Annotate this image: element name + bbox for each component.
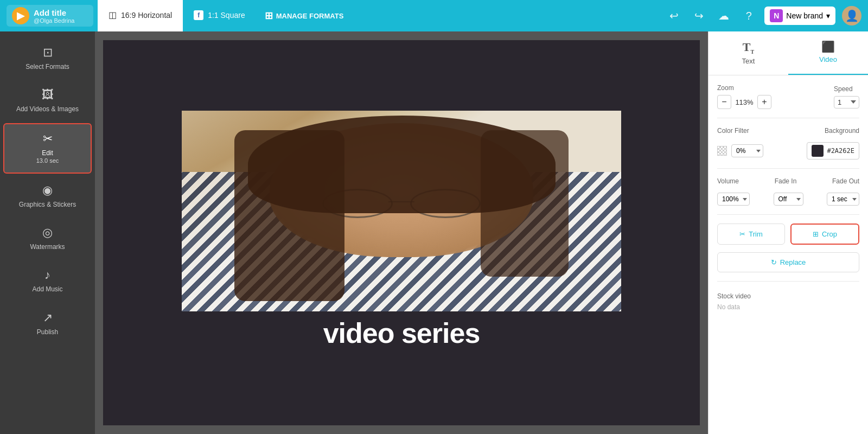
canvas-wrapper: video series [103, 40, 700, 425]
zoom-value: 113% [735, 98, 754, 106]
help-btn[interactable]: ? [739, 7, 758, 25]
tab-1-1-label: 1:1 Square [208, 11, 245, 20]
user-avatar[interactable]: 👤 [842, 6, 861, 25]
fade-out-select[interactable]: Off 0.5s 1 sec 2s [827, 193, 859, 206]
divider-1 [717, 118, 859, 118]
top-header: ▶ Add title @Olga Bedrina ◫ 16:9 Horizon… [0, 0, 868, 31]
sidebar-item-select-formats[interactable]: ⊡ Select Formats [3, 38, 92, 78]
sidebar-label-graphics: Graphics & Stickers [19, 201, 76, 208]
color-filter-select[interactable]: 0% 25% 50% 100% [731, 144, 763, 157]
sidebar-label-add-music: Add Music [32, 285, 62, 293]
crop-icon: ⊞ [813, 230, 819, 238]
tab-16-9-icon: ◫ [108, 10, 117, 20]
trim-label: Trim [749, 230, 763, 238]
undo-btn[interactable]: ↩ [665, 7, 683, 25]
fade-in-select[interactable]: Off 0.5s 1s 2s [774, 193, 803, 206]
speed-group: Speed 0.5 1 1.5 2 [834, 85, 859, 108]
watermarks-icon: ◎ [42, 226, 53, 240]
select-formats-icon: ⊡ [43, 46, 53, 60]
sidebar-label-publish: Publish [37, 328, 58, 336]
tab-16-9[interactable]: ◫ 16:9 Horizontal [98, 0, 183, 31]
fade-in-label: Fade In [775, 177, 797, 185]
replace-btn[interactable]: ↻ Replace [717, 252, 859, 272]
tab-1-1[interactable]: f 1:1 Square [183, 0, 256, 31]
zoom-minus-btn[interactable]: − [717, 95, 731, 109]
panel-tabs: TT Text ⬛ Video [709, 31, 868, 75]
sidebar-item-watermarks[interactable]: ◎ Watermarks [3, 218, 92, 258]
color-bg-header-row: Color Filter Background [717, 127, 859, 135]
edit-icon: ✂ [43, 132, 53, 146]
crop-label: Crop [822, 230, 837, 238]
crop-btn[interactable]: ⊞ Crop [790, 224, 859, 245]
divider-3 [717, 214, 859, 215]
volume-select[interactable]: 25% 50% 75% 100% [717, 193, 750, 206]
speed-label: Speed [834, 85, 859, 93]
replace-icon: ↻ [771, 258, 777, 266]
sidebar: ⊡ Select Formats 🖼 Add Videos & Images ✂… [0, 31, 95, 434]
sidebar-label-add-videos: Add Videos & Images [16, 105, 79, 113]
trim-icon: ✂ [739, 230, 745, 238]
add-videos-icon: 🖼 [42, 88, 54, 102]
tab-video[interactable]: ⬛ Video [788, 31, 868, 75]
manage-formats-label: MANAGE FORMATS [276, 12, 344, 20]
stock-video-label: Stock video [717, 292, 859, 300]
header-right: ↩ ↪ ☁ ? N New brand ▾ 👤 [665, 6, 861, 25]
trim-btn[interactable]: ✂ Trim [717, 224, 785, 245]
color-bg-row: 0% 25% 50% 100% #2A262E [717, 142, 859, 159]
brand-icon: N [770, 9, 783, 22]
canvas-area: video series [95, 31, 708, 434]
tab-16-9-label: 16:9 Horizontal [121, 11, 172, 20]
speed-select[interactable]: 0.5 1 1.5 2 [834, 96, 859, 108]
add-music-icon: ♪ [44, 268, 50, 282]
format-tabs: ◫ 16:9 Horizontal f 1:1 Square ⊞ MANAGE … [98, 0, 660, 31]
project-title: Add title [34, 8, 74, 17]
manage-icon: ⊞ [265, 10, 273, 22]
video-frame[interactable]: video series [182, 111, 621, 355]
text-tab-label: Text [742, 57, 755, 65]
brand-selector[interactable]: N New brand ▾ [764, 7, 835, 25]
divider-4 [717, 281, 859, 282]
vff-labels-row: Volume Fade In Fade Out [717, 177, 859, 185]
redo-btn[interactable]: ↪ [690, 7, 708, 25]
trim-crop-row: ✂ Trim ⊞ Crop [717, 224, 859, 245]
manage-formats-btn[interactable]: ⊞ MANAGE FORMATS [256, 0, 353, 31]
color-filter-control: 0% 25% 50% 100% [717, 144, 763, 157]
video-caption: video series [182, 311, 621, 355]
no-data-label: No data [717, 303, 859, 311]
background-label: Background [825, 127, 859, 135]
sidebar-label-edit: Edit 13.0 sec [36, 149, 59, 165]
main-body: ⊡ Select Formats 🖼 Add Videos & Images ✂… [0, 31, 868, 434]
sidebar-item-add-music[interactable]: ♪ Add Music [3, 260, 92, 301]
logo-area[interactable]: ▶ Add title @Olga Bedrina [7, 5, 93, 27]
bg-color-swatch [812, 145, 824, 157]
color-filter-label: Color Filter [717, 127, 749, 135]
zoom-label: Zoom [717, 84, 771, 92]
bg-color-hex: #2A262E [827, 147, 854, 155]
brand-label: New brand [786, 11, 823, 20]
checkered-icon [717, 146, 727, 156]
zoom-control: − 113% + [717, 95, 771, 109]
divider-2 [717, 168, 859, 169]
save-cloud-btn[interactable]: ☁ [714, 7, 733, 25]
zoom-plus-btn[interactable]: + [757, 95, 771, 109]
tab-text[interactable]: TT Text [709, 31, 788, 75]
sidebar-label-watermarks: Watermarks [30, 243, 65, 251]
right-panel: TT Text ⬛ Video Zoom − 113% + [708, 31, 868, 434]
logo-text: Add title @Olga Bedrina [34, 8, 74, 24]
brand-chevron-icon: ▾ [826, 11, 830, 20]
background-color-picker[interactable]: #2A262E [807, 142, 859, 159]
vff-controls-row: 25% 50% 75% 100% Off 0.5s 1s 2s Off 0.5s… [717, 193, 859, 206]
volume-label: Volume [717, 177, 739, 185]
sidebar-item-graphics[interactable]: ◉ Graphics & Stickers [3, 176, 92, 216]
speed-select-wrapper[interactable]: 0.5 1 1.5 2 [834, 96, 859, 108]
zoom-group: Zoom − 113% + [717, 84, 771, 109]
sidebar-label-select-formats: Select Formats [25, 63, 69, 71]
text-tab-icon: TT [743, 40, 754, 55]
sidebar-item-edit[interactable]: ✂ Edit 13.0 sec [3, 123, 92, 174]
sidebar-item-add-videos[interactable]: 🖼 Add Videos & Images [3, 80, 92, 120]
user-name: @Olga Bedrina [34, 17, 74, 24]
app-logo-icon: ▶ [12, 7, 29, 24]
sidebar-item-publish[interactable]: ↗ Publish [3, 303, 92, 343]
stock-video-section: Stock video No data [717, 292, 859, 311]
panel-body: Zoom − 113% + Speed 0.5 1 1 [709, 75, 868, 434]
